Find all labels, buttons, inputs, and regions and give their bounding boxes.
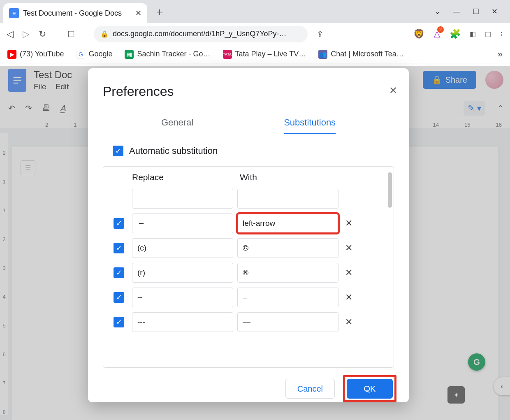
bookmarks-overflow-icon[interactable]: » [498, 49, 503, 60]
minimize-icon[interactable]: — [453, 7, 460, 16]
with-input[interactable] [237, 288, 338, 307]
reload-icon[interactable]: ↻ [39, 29, 46, 39]
dialog-footer: Cancel OK ↖ [88, 368, 409, 402]
with-input[interactable] [237, 238, 338, 258]
close-window-icon[interactable]: ✕ [491, 7, 498, 16]
new-tab-button[interactable]: ＋ [152, 5, 167, 19]
close-icon[interactable]: ✕ [389, 85, 397, 96]
tab-general[interactable]: General [161, 117, 193, 134]
row-checkbox[interactable]: ✓ [114, 243, 124, 253]
forward-icon[interactable]: ▷ [23, 29, 30, 39]
tab-substitutions[interactable]: Substitutions [284, 117, 336, 134]
chevron-down-icon[interactable]: ⌄ [434, 7, 440, 16]
table-row: ✓ ✕ [110, 310, 387, 334]
extensions-icon[interactable]: 🧩 [450, 29, 461, 39]
bookmark-sheets[interactable]: ▦Sachin Tracker - Go… [125, 50, 210, 59]
window-controls: ⌄ — ☐ ✕ [434, 0, 510, 23]
row-checkbox[interactable]: ✓ [114, 292, 124, 303]
browser-toolbar: ◁ ▷ ↻ ☐ 🔒 docs.google.com/document/d/1hP… [0, 23, 510, 45]
share-url-icon[interactable]: ⇪ [317, 29, 324, 39]
browser-tab[interactable]: ≡ Test Document - Google Docs ✕ [3, 3, 147, 23]
maximize-icon[interactable]: ☐ [473, 7, 479, 16]
delete-row-icon[interactable]: ✕ [343, 292, 355, 303]
tab-title: Test Document - Google Docs [23, 9, 131, 18]
with-input[interactable] [237, 312, 338, 332]
bookmark-google[interactable]: GGoogle [76, 50, 112, 59]
sidepanel-icon[interactable]: ◧ [470, 30, 476, 38]
with-input[interactable] [237, 263, 338, 283]
bookmark-teams[interactable]: 👥Chat | Microsoft Tea… [318, 50, 403, 59]
delete-row-icon[interactable]: ✕ [343, 267, 355, 278]
brave-shield-icon[interactable]: 🦁 [413, 29, 424, 39]
replace-input[interactable] [132, 263, 233, 283]
url-text: docs.google.com/document/d/1hP_y_UsnQ7Yo… [113, 30, 287, 38]
delete-row-icon[interactable]: ✕ [343, 218, 355, 229]
with-input-new[interactable] [237, 189, 338, 209]
with-input-highlighted[interactable] [237, 213, 338, 233]
row-checkbox[interactable]: ✓ [114, 317, 124, 327]
column-header-with: With [240, 172, 257, 182]
replace-input[interactable] [132, 238, 233, 258]
brave-rewards-icon[interactable]: △ [434, 29, 440, 39]
docs-favicon: ≡ [9, 8, 19, 18]
row-checkbox[interactable]: ✓ [114, 267, 124, 278]
ok-button-highlight: OK ↖ [343, 375, 396, 402]
bookmark-youtube[interactable]: ▶(73) YouTube [7, 50, 64, 59]
scrollbar-thumb[interactable] [388, 172, 392, 208]
bookmark-icon[interactable]: ☐ [67, 29, 75, 39]
delete-row-icon[interactable]: ✕ [343, 317, 355, 327]
bookmark-tataplay[interactable]: TATATata Play – Live TV… [223, 50, 306, 59]
browser-tabstrip: ≡ Test Document - Google Docs ✕ ＋ ⌄ — ☐ … [0, 0, 510, 23]
row-checkbox[interactable]: ✓ [114, 218, 124, 229]
ok-button[interactable]: OK ↖ [347, 379, 393, 399]
auto-substitution-label: Automatic substitution [129, 146, 218, 156]
auto-substitution-checkbox[interactable]: ✓ [113, 146, 123, 156]
replace-input-new[interactable] [132, 189, 233, 209]
table-row: ✓ ✕ [110, 285, 387, 310]
replace-input[interactable] [132, 312, 233, 332]
replace-input[interactable] [132, 288, 233, 307]
column-header-replace: Replace [132, 172, 236, 182]
dialog-title: Preferences [88, 84, 409, 99]
back-icon[interactable]: ◁ [7, 29, 14, 39]
substitutions-table: Replace With ✓ ✕ ✓ ✕ ✓ ✕ ✓ ✕ [103, 166, 394, 368]
cancel-button[interactable]: Cancel [285, 379, 335, 399]
delete-row-icon[interactable]: ✕ [343, 243, 355, 253]
table-row: ✓ ✕ [110, 211, 387, 236]
table-row: ✓ ✕ [110, 236, 387, 260]
preferences-dialog: Preferences ✕ General Substitutions ✓ Au… [88, 68, 409, 402]
replace-input[interactable] [132, 213, 233, 233]
table-row: ✓ ✕ [110, 260, 387, 285]
bookmarks-bar: ▶(73) YouTube GGoogle ▦Sachin Tracker - … [0, 45, 510, 63]
wallet-icon[interactable]: ◫ [485, 30, 491, 38]
menu-icon[interactable]: ⫶ [500, 30, 503, 38]
url-bar[interactable]: 🔒 docs.google.com/document/d/1hP_y_UsnQ7… [94, 26, 308, 42]
dialog-tabs: General Substitutions [88, 117, 409, 134]
lock-icon: 🔒 [100, 30, 109, 38]
close-tab-icon[interactable]: ✕ [135, 9, 141, 18]
table-row-new: ✓ ✕ [110, 186, 387, 211]
